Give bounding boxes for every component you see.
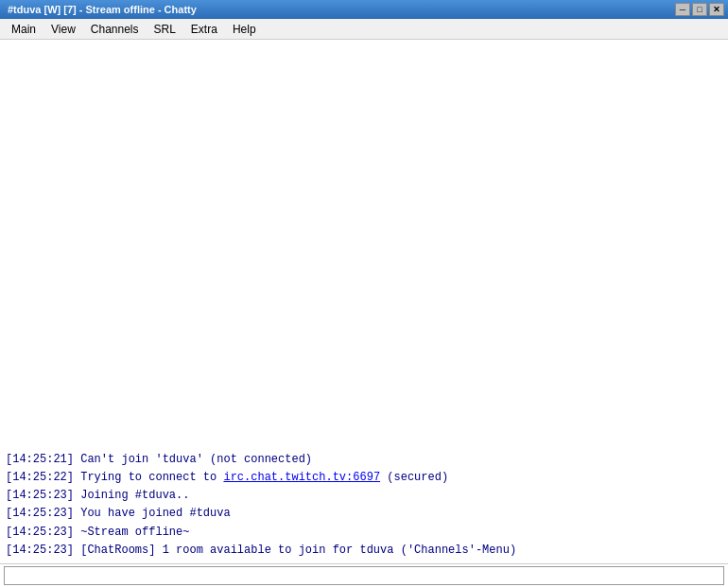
timestamp-6: [14:25:23] xyxy=(6,544,74,557)
timestamp-1: [14:25:21] xyxy=(6,453,74,466)
menu-help[interactable]: Help xyxy=(225,19,264,39)
message-line: [14:25:23] Joining #tduva.. xyxy=(6,487,722,505)
message-text-3: Joining #tduva.. xyxy=(80,489,189,502)
timestamp-4: [14:25:23] xyxy=(6,507,74,520)
message-line: [14:25:23] [ChatRooms] 1 room available … xyxy=(6,542,722,560)
message-line: [14:25:23] ~Stream offline~ xyxy=(6,524,722,542)
menu-srl[interactable]: SRL xyxy=(147,19,183,39)
maximize-button[interactable]: □ xyxy=(692,3,707,16)
message-text-1: Can't join 'tduva' (not connected) xyxy=(80,453,312,466)
timestamp-3: [14:25:23] xyxy=(6,489,74,502)
menu-extra[interactable]: Extra xyxy=(183,19,225,39)
messages-container: [14:25:21] Can't join 'tduva' (not conne… xyxy=(0,40,728,563)
message-text-2: Trying to connect to irc.chat.twitch.tv:… xyxy=(80,471,448,484)
window-title: #tduva [W] [7] - Stream offline - Chatty xyxy=(4,4,675,15)
chat-input[interactable] xyxy=(4,566,724,585)
spacer xyxy=(6,43,722,451)
menu-bar: Main View Channels SRL Extra Help xyxy=(0,19,728,40)
timestamp-5: [14:25:23] xyxy=(6,526,74,539)
message-text-6: [ChatRooms] 1 room available to join for… xyxy=(80,544,516,557)
window-controls: ─ □ ✕ xyxy=(675,3,724,16)
minimize-button[interactable]: ─ xyxy=(675,3,690,16)
message-line: [14:25:21] Can't join 'tduva' (not conne… xyxy=(6,451,722,469)
message-text-4: You have joined #tduva xyxy=(80,507,230,520)
message-text-5: ~Stream offline~ xyxy=(80,526,189,539)
menu-view[interactable]: View xyxy=(43,19,83,39)
menu-main[interactable]: Main xyxy=(4,19,43,39)
timestamp-2: [14:25:22] xyxy=(6,471,74,484)
content-wrapper: [14:25:21] Can't join 'tduva' (not conne… xyxy=(0,40,728,563)
title-bar: #tduva [W] [7] - Stream offline - Chatty… xyxy=(0,0,728,19)
message-line: [14:25:22] Trying to connect to irc.chat… xyxy=(6,469,722,487)
close-button[interactable]: ✕ xyxy=(709,3,724,16)
irc-link[interactable]: irc.chat.twitch.tv:6697 xyxy=(223,471,380,484)
menu-channels[interactable]: Channels xyxy=(83,19,147,39)
message-line: [14:25:23] You have joined #tduva xyxy=(6,505,722,523)
input-bar xyxy=(0,563,728,587)
